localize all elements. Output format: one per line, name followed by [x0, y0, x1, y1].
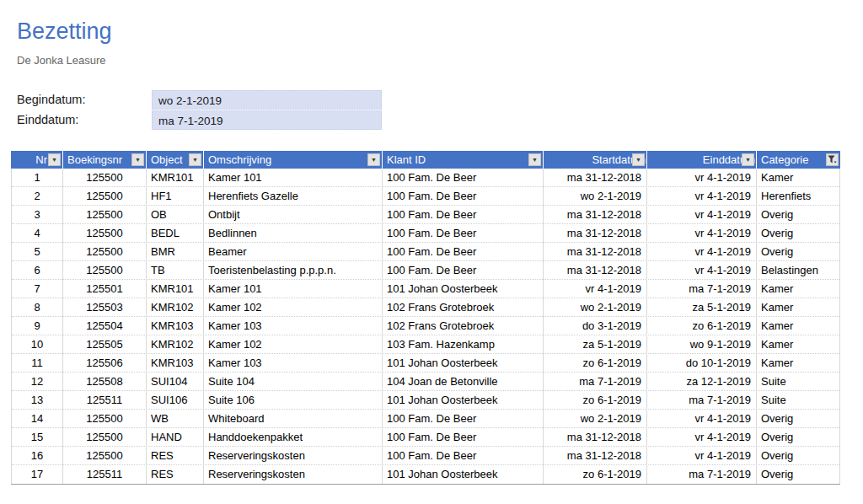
cell-nr[interactable]: 17 [12, 465, 63, 484]
cell-omschrijving[interactable]: Kamer 103 [204, 354, 383, 373]
cell-startdatum[interactable]: vr 4-1-2019 [544, 280, 647, 298]
cell-startdatum[interactable]: wo 2-1-2019 [544, 410, 647, 428]
cell-startdatum[interactable]: wo 2-1-2019 [544, 298, 647, 317]
cell-boekingsnr[interactable]: 125500 [63, 447, 147, 465]
cell-object[interactable]: KMR102 [147, 335, 204, 354]
cell-categorie[interactable]: Overig [757, 447, 839, 465]
cell-einddatum[interactable]: vr 4-1-2019 [647, 169, 757, 187]
cell-categorie[interactable]: Overig [757, 206, 839, 224]
cell-object[interactable]: SUI104 [147, 373, 204, 391]
cell-einddatum[interactable]: za 12-1-2019 [647, 373, 757, 391]
begindatum-input[interactable]: wo 2-1-2019 [152, 90, 382, 110]
cell-omschrijving[interactable]: Whiteboard [204, 410, 383, 428]
cell-einddatum[interactable]: zo 6-1-2019 [647, 317, 757, 335]
cell-object[interactable]: KMR102 [147, 298, 204, 317]
cell-nr[interactable]: 7 [12, 280, 63, 298]
cell-boekingsnr[interactable]: 125500 [63, 261, 147, 280]
cell-nr[interactable]: 11 [12, 354, 63, 373]
cell-boekingsnr[interactable]: 125508 [63, 373, 147, 391]
cell-categorie[interactable]: Overig [757, 410, 839, 428]
cell-omschrijving[interactable]: Kamer 102 [204, 298, 383, 317]
cell-startdatum[interactable]: za 5-1-2019 [544, 335, 647, 354]
cell-nr[interactable]: 4 [12, 224, 63, 243]
cell-categorie[interactable]: Overig [757, 465, 839, 484]
cell-nr[interactable]: 13 [12, 391, 63, 410]
cell-startdatum[interactable]: ma 31-12-2018 [544, 428, 647, 447]
cell-klant-id[interactable]: 100 Fam. De Beer [383, 261, 544, 280]
cell-omschrijving[interactable]: Beamer [204, 243, 383, 261]
cell-nr[interactable]: 9 [12, 317, 63, 335]
cell-einddatum[interactable]: vr 4-1-2019 [647, 243, 757, 261]
cell-klant-id[interactable]: 100 Fam. De Beer [383, 410, 544, 428]
cell-object[interactable]: RES [147, 465, 204, 484]
cell-omschrijving[interactable]: Toeristenbelasting p.p.p.n. [204, 261, 383, 280]
cell-nr[interactable]: 1 [12, 169, 63, 187]
cell-omschrijving[interactable]: Reserveringskosten [204, 465, 383, 484]
cell-categorie[interactable]: Kamer [757, 335, 839, 354]
cell-klant-id[interactable]: 100 Fam. De Beer [383, 169, 544, 187]
cell-object[interactable]: BEDL [147, 224, 204, 243]
cell-omschrijving[interactable]: Reserveringskosten [204, 447, 383, 465]
cell-startdatum[interactable]: ma 31-12-2018 [544, 169, 647, 187]
cell-klant-id[interactable]: 100 Fam. De Beer [383, 243, 544, 261]
cell-startdatum[interactable]: do 3-1-2019 [544, 317, 647, 335]
cell-boekingsnr[interactable]: 125500 [63, 206, 147, 224]
cell-klant-id[interactable]: 101 Johan Oosterbeek [383, 354, 544, 373]
cell-categorie[interactable]: Kamer [757, 298, 839, 317]
cell-object[interactable]: WB [147, 410, 204, 428]
cell-klant-id[interactable]: 102 Frans Grotebroek [383, 298, 544, 317]
cell-einddatum[interactable]: vr 4-1-2019 [647, 447, 757, 465]
cell-startdatum[interactable]: ma 31-12-2018 [544, 447, 647, 465]
cell-categorie[interactable]: Overig [757, 243, 839, 261]
cell-boekingsnr[interactable]: 125500 [63, 224, 147, 243]
filter-funnel-button-categorie[interactable] [826, 153, 839, 166]
cell-einddatum[interactable]: ma 7-1-2019 [647, 280, 757, 298]
cell-boekingsnr[interactable]: 125511 [63, 391, 147, 410]
cell-object[interactable]: RES [147, 447, 204, 465]
cell-boekingsnr[interactable]: 125500 [63, 187, 147, 206]
cell-einddatum[interactable]: za 5-1-2019 [647, 298, 757, 317]
cell-boekingsnr[interactable]: 125501 [63, 280, 147, 298]
cell-klant-id[interactable]: 101 Johan Oosterbeek [383, 465, 544, 484]
filter-dropdown-button-nr[interactable]: ▼ [48, 153, 61, 166]
filter-dropdown-button-boekingsnr[interactable]: ▼ [131, 153, 144, 166]
cell-boekingsnr[interactable]: 125500 [63, 410, 147, 428]
cell-object[interactable]: SUI106 [147, 391, 204, 410]
cell-boekingsnr[interactable]: 125500 [63, 169, 147, 187]
cell-categorie[interactable]: Suite [757, 391, 839, 410]
cell-einddatum[interactable]: do 10-1-2019 [647, 354, 757, 373]
cell-categorie[interactable]: Belastingen [757, 261, 839, 280]
cell-boekingsnr[interactable]: 125506 [63, 354, 147, 373]
cell-object[interactable]: KMR101 [147, 280, 204, 298]
cell-klant-id[interactable]: 100 Fam. De Beer [383, 224, 544, 243]
cell-startdatum[interactable]: zo 6-1-2019 [544, 465, 647, 484]
cell-klant-id[interactable]: 104 Joan de Betonville [383, 373, 544, 391]
cell-nr[interactable]: 8 [12, 298, 63, 317]
cell-omschrijving[interactable]: Bedlinnen [204, 224, 383, 243]
cell-einddatum[interactable]: vr 4-1-2019 [647, 224, 757, 243]
cell-object[interactable]: KMR103 [147, 354, 204, 373]
einddatum-input[interactable]: ma 7-1-2019 [152, 110, 382, 130]
cell-categorie[interactable]: Kamer [757, 317, 839, 335]
cell-startdatum[interactable]: wo 2-1-2019 [544, 187, 647, 206]
filter-dropdown-button-object[interactable]: ▼ [189, 153, 201, 166]
cell-nr[interactable]: 5 [12, 243, 63, 261]
cell-nr[interactable]: 2 [12, 187, 63, 206]
cell-omschrijving[interactable]: Suite 104 [204, 373, 383, 391]
cell-boekingsnr[interactable]: 125500 [63, 428, 147, 447]
cell-nr[interactable]: 15 [12, 428, 63, 447]
cell-boekingsnr[interactable]: 125500 [63, 243, 147, 261]
cell-klant-id[interactable]: 101 Johan Oosterbeek [383, 280, 544, 298]
cell-einddatum[interactable]: vr 4-1-2019 [647, 206, 757, 224]
cell-nr[interactable]: 3 [12, 206, 63, 224]
cell-nr[interactable]: 10 [12, 335, 63, 354]
cell-object[interactable]: OB [147, 206, 204, 224]
cell-categorie[interactable]: Overig [757, 428, 839, 447]
cell-startdatum[interactable]: ma 31-12-2018 [544, 261, 647, 280]
cell-object[interactable]: HAND [147, 428, 204, 447]
filter-dropdown-button-startdatum[interactable]: ▼ [632, 153, 645, 166]
cell-object[interactable]: TB [147, 261, 204, 280]
cell-object[interactable]: HF1 [147, 187, 204, 206]
cell-klant-id[interactable]: 102 Frans Grotebroek [383, 317, 544, 335]
cell-categorie[interactable]: Herenfiets [757, 187, 839, 206]
